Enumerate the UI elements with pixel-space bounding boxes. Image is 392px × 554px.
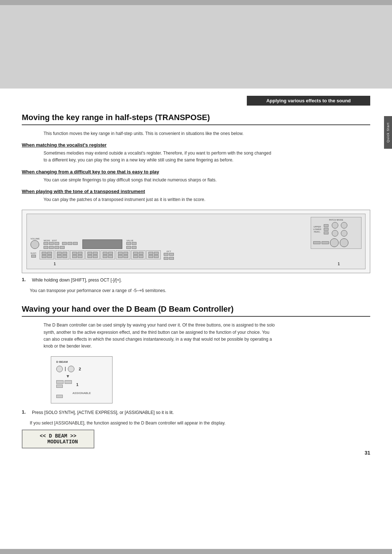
display-line2: MODULATION	[30, 439, 86, 445]
right-knob-3	[341, 222, 347, 229]
step1-text: While holding down [SHIFT], press OCT [-…	[32, 277, 122, 284]
volume-knob	[30, 240, 39, 249]
kbd-display-group	[82, 239, 122, 249]
section1-step1: 1. While holding down [SHIFT], press OCT…	[22, 277, 370, 284]
display-line1: << D BEAM >>	[30, 433, 86, 439]
diagram-num-2: 1	[338, 262, 340, 266]
s2-step1-sub-text: If you select [ASSIGNABLE], the function…	[30, 420, 266, 427]
kbd-pad-group-4	[85, 250, 100, 259]
dbeam-mid-row: 1	[56, 380, 107, 389]
dbeam-label: D BEAM	[56, 360, 107, 364]
dbeam-num-1: 1	[76, 382, 78, 387]
section-header-box: Applying various effects to the sound	[247, 96, 370, 106]
dbeam-circle-1	[56, 366, 63, 372]
kbd-pad-group-6	[116, 250, 130, 259]
dbeam-circle-2	[68, 366, 74, 372]
kbd-pad-group-5	[101, 250, 115, 259]
main-content: Applying various effects to the sound Mo…	[0, 89, 392, 467]
chapter2-title: Waving your hand over the D Beam (D Beam…	[22, 304, 370, 317]
kbd-pad-group-8	[146, 250, 161, 259]
sub-btn-1	[44, 246, 48, 249]
mode-btn-1	[44, 242, 48, 245]
step1-num: 1.	[22, 277, 30, 282]
dbeam-arrow: ▼	[66, 374, 107, 379]
edit-btn-3	[73, 242, 78, 245]
dbeam-top-row: 2	[56, 366, 107, 372]
dbeam-assign-btn	[56, 395, 63, 398]
right-knob-1	[332, 222, 338, 229]
right-knob-lg-1	[330, 238, 339, 247]
keyboard-display	[82, 239, 122, 249]
keyboard-full-image: VOLUME MODE EDIT	[26, 214, 366, 269]
section2-step1: 1. Press [SOLO SYNTH], [ACTIVE EXPRESS],…	[22, 409, 370, 416]
kbd-value-group: VALUE	[126, 239, 136, 249]
right-btn-1	[313, 241, 320, 244]
sub-btn-4	[60, 246, 65, 249]
kbd-bottom-row: SUST.	[30, 250, 362, 260]
section2-body: The D Beam controller can be used simply…	[44, 322, 276, 350]
dbeam-solo-btn	[56, 380, 64, 384]
right-knob-2	[332, 230, 338, 237]
value-btn-minus	[126, 242, 131, 245]
right-knob-lg-2	[340, 238, 348, 247]
top-gray-area	[0, 5, 392, 89]
dbeam-diagram: D BEAM 2 ▼	[51, 356, 113, 403]
bottom-bar	[0, 549, 392, 554]
val-btn-1	[126, 246, 131, 249]
s2-step1-text: Press [SOLO SYNTH], [ACTIVE EXPRESS], or…	[32, 409, 174, 416]
mode-btn-2	[49, 242, 54, 245]
top-bar	[0, 0, 392, 5]
chapter1-title: Moving the key range in half-steps (TRAN…	[22, 113, 370, 125]
dbeam-active-btn	[65, 380, 72, 384]
section-header-text: Applying various effects to the sound	[266, 98, 351, 103]
kbd-pad-group-1	[40, 250, 54, 259]
kbd-mode-group: MODE EDIT	[44, 239, 78, 249]
right-knob-4	[341, 230, 347, 237]
oct-minus-btn	[164, 253, 168, 256]
val-btn-2	[132, 246, 136, 249]
kbd-pad-group-2	[55, 250, 69, 259]
sub-text-3: You can play the patches of a transposed…	[44, 196, 276, 203]
sub-heading-1: When matching the vocalist's register	[22, 142, 370, 148]
value-btn-plus	[132, 242, 136, 245]
right-btn-2	[322, 241, 329, 244]
display-box: << D BEAM >> MODULATION	[22, 430, 94, 448]
sub-text-2: You can use simple fingerings to play di…	[44, 177, 276, 184]
edit-btn-1	[62, 242, 67, 245]
kbd-pad-group-7	[131, 250, 146, 259]
section1-body: This function moves the key range in hal…	[44, 130, 276, 137]
sust-btn	[31, 255, 36, 258]
sub-text-1: Sometimes melodies may extend outside a …	[44, 150, 276, 164]
step1-sub-text: You can transpose your performance over …	[30, 287, 266, 294]
diagram-num-1: 1	[54, 262, 56, 266]
s2-step1-num: 1.	[22, 409, 30, 415]
dbeam-inner: D BEAM 2 ▼	[56, 360, 107, 399]
dbeam-assign-label: ASSIGNABLE	[56, 391, 107, 399]
upper-btn	[324, 224, 328, 227]
perc-btn	[324, 231, 328, 234]
sub-btn-3	[54, 246, 59, 249]
kbd-pad-group-3	[70, 250, 85, 259]
dbeam-small-btn	[56, 385, 63, 388]
kbd-volume-group: VOLUME	[30, 238, 40, 249]
dbeam-num-2: 2	[79, 367, 81, 371]
page-number: 31	[364, 450, 370, 456]
section-header-bar: Applying various effects to the sound	[22, 96, 370, 106]
edit-btn-2	[68, 242, 72, 245]
lower-btn	[324, 228, 328, 231]
oct-plus-btn	[169, 253, 174, 256]
sub-btn-2	[49, 246, 54, 249]
mode-btn-3	[54, 242, 59, 245]
keyboard-diagram: VOLUME MODE EDIT	[22, 210, 370, 273]
kbd-patch-section: PATCH MODE UPPER LOWER PERC.	[311, 217, 362, 249]
sub-heading-2: When changing from a difficult key to on…	[22, 169, 370, 175]
sub-heading-3: When playing with the tone of a transpos…	[22, 189, 370, 194]
